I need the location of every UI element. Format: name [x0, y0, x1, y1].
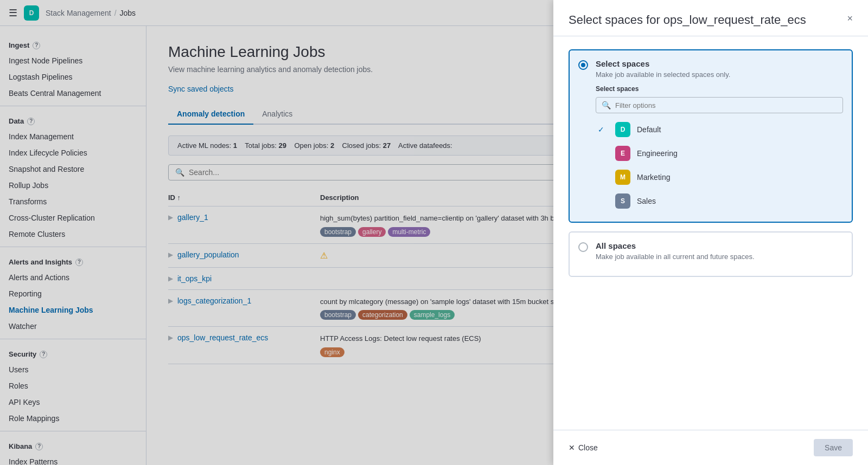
save-button[interactable]: Save — [814, 439, 853, 456]
space-item-default[interactable]: ✓ D Default — [596, 118, 843, 141]
space-label-default: Default — [637, 125, 661, 134]
radio-dot-all-spaces — [578, 242, 588, 252]
space-label-marketing: Marketing — [637, 173, 670, 182]
filter-input-container: 🔍 — [596, 97, 843, 113]
space-label-sales: Sales — [637, 197, 656, 205]
flyout-title: Select spaces for ops_low_request_rate_e… — [569, 13, 806, 27]
check-icon-default: ✓ — [598, 125, 609, 134]
flyout-header: Select spaces for ops_low_request_rate_e… — [553, 0, 868, 36]
flyout-close-button[interactable]: × — [847, 13, 853, 24]
flyout-overlay: Select spaces for ops_low_request_rate_e… — [0, 0, 868, 465]
radio-option-select-spaces[interactable]: Select spaces Make job available in sele… — [569, 49, 853, 223]
close-x-icon: ✕ — [569, 443, 575, 452]
radio-content-all-spaces: All spaces Make job available in all cur… — [596, 241, 843, 267]
space-item-marketing[interactable]: ✓ M Marketing — [596, 165, 843, 189]
space-item-sales[interactable]: ✓ S Sales — [596, 189, 843, 213]
close-flyout-label: Close — [578, 443, 598, 452]
space-avatar-engineering: E — [615, 146, 630, 161]
close-flyout-button[interactable]: ✕ Close — [569, 443, 598, 452]
radio-option-all-spaces[interactable]: All spaces Make job available in all cur… — [569, 231, 853, 277]
filter-search-icon: 🔍 — [602, 101, 611, 109]
flyout: Select spaces for ops_low_request_rate_e… — [553, 0, 868, 465]
space-avatar-sales: S — [615, 193, 630, 209]
radio-title-all-spaces: All spaces — [596, 241, 843, 250]
radio-subtitle-all-spaces: Make job available in all current and fu… — [596, 253, 843, 261]
radio-title-select-spaces: Select spaces — [596, 59, 843, 68]
space-avatar-default: D — [615, 122, 630, 137]
radio-subtitle-select-spaces: Make job available in selected spaces on… — [596, 70, 843, 79]
space-label-engineering: Engineering — [637, 149, 678, 158]
flyout-footer: ✕ Close Save — [553, 430, 868, 465]
space-item-engineering[interactable]: ✓ E Engineering — [596, 141, 843, 165]
space-avatar-marketing: M — [615, 170, 630, 185]
radio-dot-select-spaces — [578, 60, 588, 70]
spaces-label: Select spaces — [596, 85, 843, 93]
flyout-body: Select spaces Make job available in sele… — [553, 36, 868, 430]
filter-options-input[interactable] — [615, 101, 837, 109]
radio-content-select-spaces: Select spaces Make job available in sele… — [596, 59, 843, 213]
